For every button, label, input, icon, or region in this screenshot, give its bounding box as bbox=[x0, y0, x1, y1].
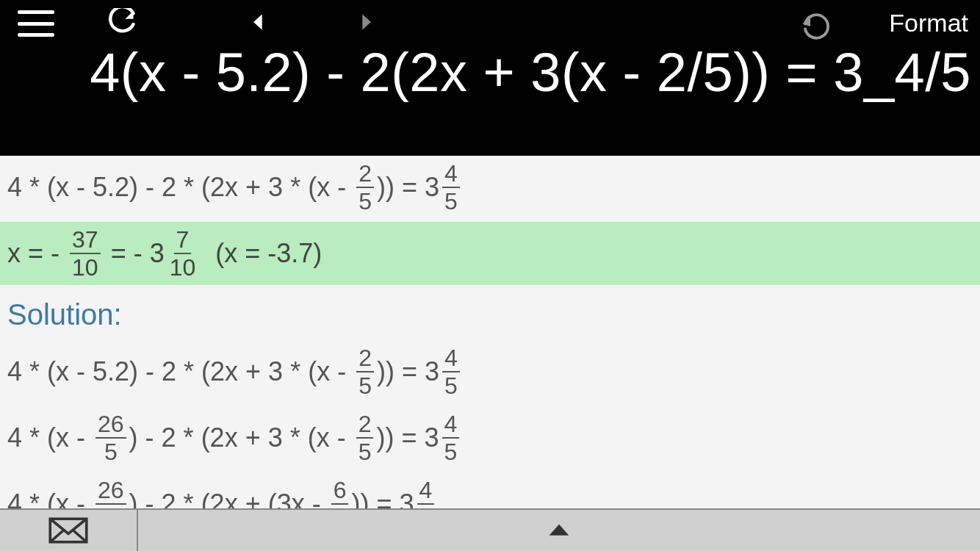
menu-icon[interactable] bbox=[18, 10, 54, 37]
fraction: 6 5 bbox=[331, 478, 349, 508]
fraction-numerator: 26 bbox=[96, 478, 126, 505]
undo-icon[interactable] bbox=[798, 9, 833, 44]
text-segment: 4 * (x - 5.2) - 2 * (2x + 3 * (x - bbox=[7, 172, 353, 203]
fraction: 4 5 bbox=[417, 478, 435, 508]
fraction-denominator: 10 bbox=[167, 254, 198, 279]
fraction-denominator: 5 bbox=[356, 188, 374, 213]
reload-icon[interactable] bbox=[103, 6, 140, 43]
expand-keyboard-button[interactable] bbox=[138, 510, 980, 551]
fraction: 26 5 bbox=[96, 478, 126, 508]
fraction-numerator: 7 bbox=[174, 228, 192, 254]
text-segment: (x = -3.7) bbox=[201, 238, 322, 269]
toolbar: Format bbox=[0, 0, 980, 44]
fraction-denominator: 5 bbox=[356, 372, 374, 397]
fraction-numerator: 37 bbox=[70, 228, 101, 254]
parsed-equation-row: 4 * (x - 5.2) - 2 * (2x + 3 * (x - 2 5 )… bbox=[0, 156, 980, 219]
solution-heading: Solution: bbox=[0, 285, 980, 340]
fraction-numerator: 26 bbox=[96, 412, 126, 439]
fraction-denominator: 5 bbox=[102, 439, 120, 464]
mail-button[interactable] bbox=[0, 510, 138, 551]
solution-step: 4 * (x - 26 5 ) - 2 * (2x + (3x - 6 5 ))… bbox=[0, 472, 980, 508]
fraction: 26 5 bbox=[96, 412, 126, 464]
fraction-numerator: 4 bbox=[442, 346, 460, 372]
text-segment: )) = 3 bbox=[351, 489, 414, 508]
fraction-numerator: 2 bbox=[356, 162, 374, 188]
text-segment: = - 3 bbox=[104, 238, 165, 269]
text-segment: x = - bbox=[7, 238, 67, 269]
text-segment: ) - 2 * (2x + 3 * (x - bbox=[129, 422, 353, 453]
text-segment: )) = 3 bbox=[377, 356, 439, 387]
fraction-denominator: 5 bbox=[442, 372, 460, 397]
solution-content: 4 * (x - 5.2) - 2 * (2x + 3 * (x - 2 5 )… bbox=[0, 156, 980, 508]
top-bar: Format 4(x - 5.2) - 2(2x + 3(x - 2/5)) =… bbox=[0, 0, 980, 156]
fraction-denominator: 5 bbox=[442, 439, 460, 464]
fraction: 2 5 bbox=[356, 346, 374, 397]
fraction-numerator: 2 bbox=[356, 346, 374, 372]
fraction-numerator: 4 bbox=[442, 162, 460, 188]
text-segment: 4 * (x - 5.2) - 2 * (2x + 3 * (x - bbox=[7, 356, 353, 387]
fraction: 37 10 bbox=[70, 228, 101, 279]
fraction: 4 5 bbox=[442, 162, 460, 213]
history-forward-icon bbox=[351, 7, 381, 37]
fraction-denominator: 5 bbox=[356, 439, 374, 464]
fraction: 2 5 bbox=[356, 162, 374, 213]
fraction: 2 5 bbox=[356, 412, 374, 464]
equation-input-display[interactable]: 4(x - 5.2) - 2(2x + 3(x - 2/5)) = 3_4/5 bbox=[0, 41, 980, 104]
solution-step: 4 * (x - 5.2) - 2 * (2x + 3 * (x - 2 5 )… bbox=[0, 340, 980, 403]
solution-step: 4 * (x - 26 5 ) - 2 * (2x + 3 * (x - 2 5… bbox=[0, 406, 980, 469]
fraction-numerator: 2 bbox=[356, 412, 374, 439]
fraction: 7 10 bbox=[167, 228, 198, 279]
text-segment: ) - 2 * (2x + (3x - bbox=[129, 489, 328, 508]
fraction-numerator: 6 bbox=[331, 478, 349, 505]
svg-marker-0 bbox=[253, 15, 262, 30]
svg-line-4 bbox=[73, 530, 87, 542]
fraction: 4 5 bbox=[442, 346, 460, 397]
fraction-numerator: 4 bbox=[417, 478, 435, 505]
fraction-denominator: 10 bbox=[70, 254, 101, 279]
text-segment: 4 * (x - bbox=[7, 489, 93, 508]
fraction-denominator: 5 bbox=[442, 188, 460, 213]
text-segment: 4 * (x - bbox=[7, 422, 93, 453]
svg-marker-1 bbox=[362, 15, 371, 30]
svg-line-3 bbox=[50, 530, 63, 542]
svg-marker-5 bbox=[550, 525, 569, 536]
text-segment: )) = 3 bbox=[377, 172, 439, 203]
result-row: x = - 37 10 = - 3 7 10 (x = -3.7) bbox=[0, 222, 980, 285]
fraction: 4 5 bbox=[442, 412, 460, 464]
history-back-icon[interactable] bbox=[244, 7, 273, 37]
fraction-numerator: 4 bbox=[442, 412, 460, 439]
bottom-bar bbox=[0, 508, 980, 551]
text-segment: )) = 3 bbox=[376, 422, 439, 453]
format-button[interactable]: Format bbox=[889, 9, 968, 37]
